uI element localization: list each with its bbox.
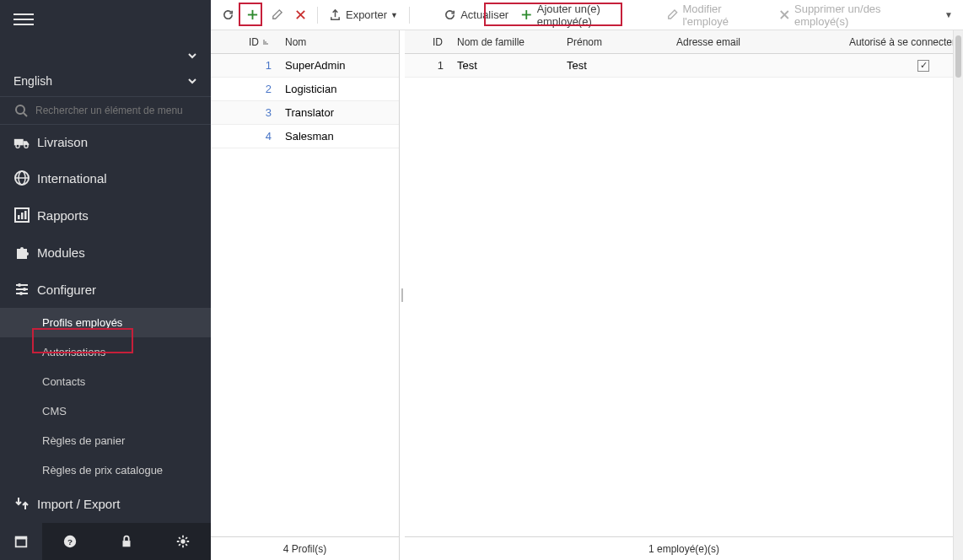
profiles-grid-header: ID Nom <box>211 30 399 54</box>
cell-id: 4 <box>211 125 278 148</box>
col-auth[interactable]: Autorisé à se connecter <box>813 30 963 53</box>
help-icon[interactable]: ? <box>42 523 99 560</box>
profiles-grid-body: 1SuperAdmin2Logistician3Translator4Sales… <box>211 54 399 536</box>
search-icon <box>12 104 30 117</box>
table-row[interactable]: 1SuperAdmin <box>211 54 399 78</box>
sidebar-item-international[interactable]: International <box>0 159 211 197</box>
sidebar-item-import-export[interactable]: Import / Export <box>0 485 211 522</box>
table-row[interactable]: 1TestTest✓ <box>405 54 963 78</box>
svg-point-0 <box>16 105 24 114</box>
svg-rect-18 <box>16 538 27 547</box>
sidebar-item-configurer[interactable]: Configurer <box>0 271 211 308</box>
globe-icon <box>13 170 37 186</box>
edit-employee-button[interactable]: Modifier l'employé <box>661 0 773 31</box>
configurer-submenu: Profils employés Autorisations Contacts … <box>0 308 211 485</box>
sidebar: English Livraison International Rapports… <box>0 0 211 560</box>
sub-item-contacts[interactable]: Contacts <box>0 367 211 396</box>
cell-id: 2 <box>211 78 278 100</box>
employees-grid-body: 1TestTest✓ <box>405 54 963 536</box>
language-label: English <box>13 74 52 88</box>
sub-item-profils-employes[interactable]: Profils employés <box>0 308 211 337</box>
sidebar-item-label: Livraison <box>37 135 88 149</box>
vertical-scrollbar[interactable] <box>953 30 963 560</box>
svg-point-23 <box>180 539 185 543</box>
svg-rect-11 <box>24 211 27 219</box>
sidebar-item-label: Modules <box>37 245 85 260</box>
checkbox-icon[interactable]: ✓ <box>917 60 929 72</box>
sidebar-bottom-bar: ? <box>0 523 211 560</box>
sub-item-regles-panier[interactable]: Règles de panier <box>0 426 211 455</box>
settings-icon[interactable] <box>154 523 211 560</box>
table-row[interactable]: 2Logistician <box>211 78 399 101</box>
sub-item-autorisations[interactable]: Autorisations <box>0 337 211 367</box>
archive-icon[interactable] <box>0 523 42 560</box>
edit-employee-label: Modifier l'employé <box>682 3 767 28</box>
menu-search <box>0 96 211 125</box>
svg-point-15 <box>23 288 26 291</box>
cell-prenom: Test <box>560 54 670 77</box>
puzzle-icon <box>13 244 37 261</box>
toolbar-overflow-dropdown[interactable]: ▼ <box>939 7 958 23</box>
refresh-button[interactable] <box>217 5 239 24</box>
svg-rect-10 <box>21 213 24 219</box>
sliders-icon <box>13 281 37 298</box>
truck-icon <box>13 136 37 149</box>
svg-point-13 <box>18 283 21 287</box>
col-nom-famille[interactable]: Nom de famille <box>450 30 560 53</box>
col-id[interactable]: ID <box>405 30 450 53</box>
svg-line-1 <box>24 113 27 116</box>
svg-rect-19 <box>15 536 27 540</box>
lock-icon[interactable] <box>99 523 155 560</box>
add-employee-button[interactable]: Ajouter un(e) employé(e) <box>515 0 659 31</box>
col-id[interactable]: ID <box>211 30 278 53</box>
hamburger-menu-icon[interactable] <box>13 13 34 25</box>
cell-id: 3 <box>211 101 278 124</box>
cell-nom-famille: Test <box>450 54 560 77</box>
sidebar-item-livraison[interactable]: Livraison <box>0 125 211 159</box>
menu-search-input[interactable] <box>35 105 199 116</box>
svg-point-4 <box>24 144 28 148</box>
cell-nom: SuperAdmin <box>278 54 399 77</box>
scrollbar-thumb[interactable] <box>955 35 961 78</box>
cell-nom: Logistician <box>278 78 399 100</box>
toolbar: Exporter ▼ Actualiser Ajouter un(e) empl… <box>211 0 963 30</box>
main-area: Exporter ▼ Actualiser Ajouter un(e) empl… <box>211 0 963 560</box>
cell-auth: ✓ <box>813 54 963 77</box>
add-button[interactable] <box>241 5 264 24</box>
delete-button[interactable] <box>290 6 311 24</box>
table-row[interactable]: 3Translator <box>211 101 399 125</box>
export-button[interactable]: Exporter ▼ <box>324 5 403 24</box>
col-email[interactable]: Adresse email <box>670 30 813 53</box>
employees-panel: ID Nom de famille Prénom Adresse email A… <box>405 30 963 560</box>
cell-email <box>670 54 813 77</box>
svg-rect-9 <box>18 215 20 219</box>
cell-nom: Translator <box>278 101 399 124</box>
employees-grid-footer: 1 employé(e)(s) <box>405 536 963 560</box>
refresh-employees-button[interactable]: Actualiser <box>438 5 514 24</box>
sub-item-cms[interactable]: CMS <box>0 396 211 426</box>
account-selector[interactable] <box>0 39 211 69</box>
edit-button[interactable] <box>266 5 288 24</box>
sidebar-item-label: International <box>37 171 107 186</box>
language-selector[interactable]: English <box>0 69 211 96</box>
cell-id: 1 <box>405 54 450 77</box>
profiles-grid-footer: 4 Profil(s) <box>211 536 399 560</box>
chevron-down-icon <box>187 76 197 86</box>
svg-text:?: ? <box>67 537 73 547</box>
refresh-label: Actualiser <box>460 8 508 21</box>
employees-grid-header: ID Nom de famille Prénom Adresse email A… <box>405 30 963 54</box>
svg-rect-22 <box>123 541 131 547</box>
sidebar-item-modules[interactable]: Modules <box>0 234 211 271</box>
col-prenom[interactable]: Prénom <box>560 30 670 53</box>
sidebar-item-label: Configurer <box>37 283 96 297</box>
col-nom[interactable]: Nom <box>278 30 399 53</box>
cell-nom: Salesman <box>278 125 399 148</box>
chevron-down-icon <box>187 51 197 61</box>
table-row[interactable]: 4Salesman <box>211 125 399 148</box>
sidebar-item-label: Rapports <box>37 208 89 223</box>
sidebar-item-rapports[interactable]: Rapports <box>0 197 211 234</box>
profiles-panel: ID Nom 1SuperAdmin2Logistician3Translato… <box>211 30 400 560</box>
sort-asc-icon <box>262 38 271 46</box>
sub-item-regles-prix[interactable]: Règles de prix catalogue <box>0 455 211 485</box>
delete-employee-button[interactable]: Supprimer un/des employé(s) <box>774 0 939 31</box>
